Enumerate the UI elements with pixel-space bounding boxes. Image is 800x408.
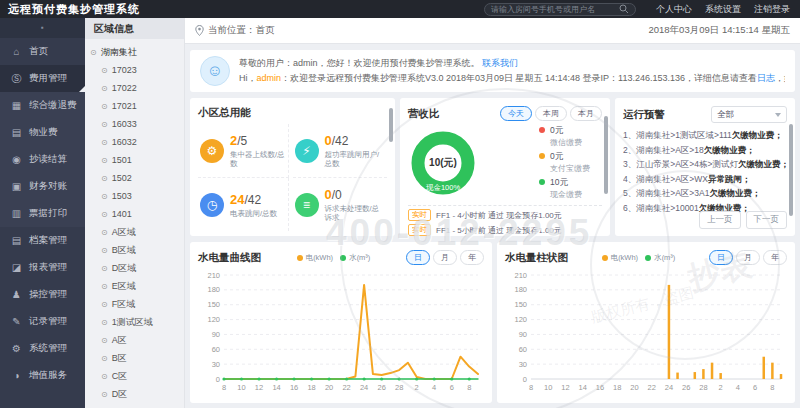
stat-value: 0/42	[325, 133, 386, 148]
region-tree-item[interactable]: ⊙1503	[85, 187, 184, 205]
warning-text: 5、湖南集社>A区>3A1	[623, 188, 709, 198]
tree-node-icon: ⊙	[101, 318, 108, 327]
region-tree-item[interactable]: ⊙A区域	[85, 223, 184, 241]
region-tree-item[interactable]: ⊙C区	[85, 367, 184, 385]
legend-value: 0元	[550, 125, 582, 137]
legend-label: 现金缴费	[550, 189, 582, 200]
region-label: 1503	[112, 191, 132, 201]
tree-node-icon: ⊙	[101, 84, 108, 93]
warning-scrollbar[interactable]	[789, 124, 793, 216]
app-window: 远程预付费集抄管理系统 个人中心 系统设置 注销登录 ▪ ⌂首页Ⓢ费用管理▦综合…	[0, 0, 800, 408]
sidebar-item-record[interactable]: ✎记录管理	[0, 308, 85, 335]
bar-chart-title: 水电量柱状图	[505, 251, 568, 265]
region-tree-item[interactable]: ⊙E区域	[85, 277, 184, 295]
sidebar-item-label: 档案管理	[29, 234, 67, 247]
sidebar-item-label: 票据打印	[29, 207, 67, 220]
region-tree-item[interactable]: ⊙1502	[85, 169, 184, 187]
sidebar-item-finance-check[interactable]: ▣财务对账	[0, 173, 85, 200]
next-page-button[interactable]: 下一页	[746, 211, 788, 229]
finance-check-icon: ▣	[10, 181, 23, 192]
tab-month[interactable]: 月	[736, 250, 760, 265]
tab-this-month[interactable]: 本月	[570, 106, 602, 121]
region-label: 1401	[112, 209, 132, 219]
region-label: 17023	[112, 65, 137, 75]
tree-node-icon: ⊙	[101, 336, 108, 345]
warning-item: 4、湖南集社>A区>WX异常跳闸；	[623, 172, 787, 187]
stats-scrollbar[interactable]	[389, 108, 393, 142]
legend-dot	[539, 127, 545, 133]
search-input[interactable]	[491, 5, 619, 14]
location-icon	[195, 25, 204, 36]
svg-text:0: 0	[216, 375, 220, 384]
search-box[interactable]	[484, 3, 636, 16]
region-tree-item[interactable]: ⊙F区域	[85, 295, 184, 313]
region-tree-item[interactable]: ⊙16032	[85, 133, 184, 151]
prev-page-button[interactable]: 上一页	[699, 211, 741, 229]
tab-month[interactable]: 月	[433, 250, 457, 265]
revenue-scrollbar[interactable]	[604, 116, 608, 194]
tab-today[interactable]: 今天	[500, 106, 532, 121]
sidebar-item-fee-management[interactable]: Ⓢ费用管理	[0, 65, 85, 92]
welcome-greeting: 尊敬的用户：admin，您好！欢迎使用预付费集抄管理系统。	[239, 58, 480, 68]
menu-profile[interactable]: 个人中心	[656, 3, 692, 16]
chart-legend: 电(kWh)水(m³)	[297, 253, 371, 263]
login-info: ：欢迎登录远程预付费集抄管理系统V3.0 2018年03月09日 星期五 14:…	[281, 73, 757, 83]
home-icon: ⌂	[10, 46, 23, 57]
event-item: 实时FF1 - 5小时前 通过 现金预存1.00元	[408, 224, 602, 236]
region-tree-item[interactable]: ⊙1501	[85, 151, 184, 169]
region-tree-item[interactable]: ⊙D区	[85, 385, 184, 403]
region-tree-item[interactable]: ⊙湖南集社	[85, 43, 184, 61]
breadcrumb-bar: 当前位置：首页 2018年03月09日 14:15:14 星期五	[185, 18, 800, 44]
region-tree-item[interactable]: ⊙B区域	[85, 241, 184, 259]
svg-text:6: 6	[450, 383, 454, 392]
sidebar-item-pay-refund[interactable]: ▦综合缴退费	[0, 92, 85, 119]
tab-year[interactable]: 年	[763, 250, 787, 265]
chevron-down-icon	[775, 113, 781, 117]
stat-card: ≡0/0诉求未处理数/总诉求	[293, 178, 388, 231]
tab-this-week[interactable]: 本周	[535, 106, 567, 121]
region-tree-item[interactable]: ⊙16033	[85, 115, 184, 133]
menu-logout[interactable]: 注销登录	[754, 3, 790, 16]
water-electricity-bar-chart-panel: 水电量柱状图 电(kWh)水(m³) 日 月 年 030609012015018…	[497, 242, 795, 403]
region-tree-item[interactable]: ⊙1401	[85, 205, 184, 223]
sidebar-item-receipt-print[interactable]: ▥票据打印	[0, 200, 85, 227]
sidebar-item-system[interactable]: ⚙系统管理	[0, 335, 85, 362]
sidebar-item-control[interactable]: ♟操控管理	[0, 281, 85, 308]
region-tree-item[interactable]: ⊙1测试区域	[85, 313, 184, 331]
region-tree-item[interactable]: ⊙17023	[85, 61, 184, 79]
warning-filter-select[interactable]: 全部	[711, 106, 787, 123]
region-tree-item[interactable]: ⊙A区	[85, 331, 184, 349]
legend-item: 10元现金缴费	[539, 177, 590, 200]
region-panel-title: 区域信息	[85, 18, 184, 39]
search-icon[interactable]	[619, 4, 629, 14]
tree-node-icon: ⊙	[90, 48, 97, 57]
sidebar-item-meter-reading[interactable]: ◉抄读结算	[0, 146, 85, 173]
sidebar-item-report[interactable]: ◪报表管理	[0, 254, 85, 281]
sidebar-item-home[interactable]: ⌂首页	[0, 38, 85, 65]
svg-text:90: 90	[212, 330, 220, 339]
menu-settings[interactable]: 系统设置	[705, 3, 741, 16]
sidebar-item-value-service[interactable]: ◑增值服务	[0, 362, 85, 389]
tab-day[interactable]: 日	[406, 250, 430, 265]
region-label: 17022	[112, 83, 137, 93]
sidebar-item-property-fee[interactable]: ▤物业费	[0, 119, 85, 146]
sidebar-item-label: 报表管理	[29, 261, 67, 274]
region-tree-item[interactable]: ⊙17021	[85, 97, 184, 115]
sidebar-item-archive[interactable]: ▤档案管理	[0, 227, 85, 254]
tab-day[interactable]: 日	[709, 250, 733, 265]
sidebar-item-label: 财务对账	[29, 180, 67, 193]
region-tree-item[interactable]: ⊙17022	[85, 79, 184, 97]
tab-year[interactable]: 年	[460, 250, 484, 265]
tree-node-icon: ⊙	[101, 354, 108, 363]
svg-text:16: 16	[290, 383, 298, 392]
welcome-panel: ☺ 尊敬的用户：admin，您好！欢迎使用预付费集抄管理系统。 联系我们 Hi，…	[190, 50, 795, 92]
svg-text:12: 12	[255, 383, 263, 392]
warning-bold-text: 欠缴物业费；	[732, 130, 783, 140]
contact-us-link[interactable]: 联系我们	[482, 58, 518, 68]
warning-item: 1、湖南集社>1测试区域>111欠缴物业费；	[623, 128, 787, 143]
log-link[interactable]: 日志	[757, 73, 775, 83]
sidebar-collapse-toggle[interactable]: ▪	[0, 18, 85, 38]
region-tree-item[interactable]: ⊙B区	[85, 349, 184, 367]
svg-text:18: 18	[613, 383, 621, 392]
region-tree-item[interactable]: ⊙D区域	[85, 259, 184, 277]
